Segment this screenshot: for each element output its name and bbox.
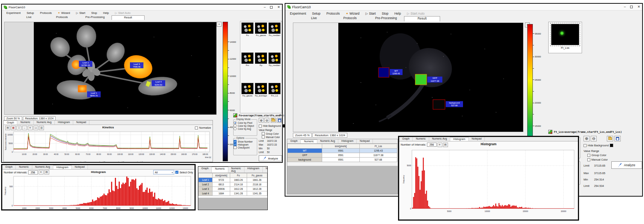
show-number-checkbox[interactable]: ✓ <box>234 140 237 143</box>
tab-result[interactable]: Result <box>112 15 145 20</box>
integral-icon[interactable]: Ξ <box>17 126 21 130</box>
roi-background-region[interactable] <box>433 100 445 110</box>
menu-experiment[interactable]: Experiment <box>287 11 309 16</box>
table-cell[interactable]: 9591 <box>322 158 360 162</box>
tab-numeric[interactable]: Numeric <box>413 137 429 141</box>
column-header-fo-gauss[interactable]: Fo_gauss <box>247 173 267 178</box>
open-icon[interactable] <box>607 136 613 141</box>
thumbnail-fo-median[interactable]: Fo_median <box>268 23 281 51</box>
radio-color-by-object[interactable] <box>234 124 237 127</box>
thumbnail-fo[interactable]: Fo <box>241 23 253 51</box>
thumbnail-fp-gauss[interactable]: Fp_gauss <box>241 83 253 112</box>
thumbnail-fp[interactable]: Fp <box>255 53 267 81</box>
grid-icon[interactable]: ▥ <box>39 126 44 130</box>
menu-wizard[interactable]: ✦Wizard <box>343 11 363 16</box>
menu-stop[interactable]: Stop <box>379 11 392 16</box>
thumbnail-fp-average[interactable]: Fp_average <box>255 83 267 112</box>
table-cell[interactable]: 11677.38 <box>360 153 397 158</box>
row-header-gfp[interactable]: GFP <box>288 153 322 158</box>
print-icon[interactable]: ▤ <box>443 143 448 147</box>
menu-protocols[interactable]: Protocols <box>37 11 55 15</box>
tab-graph[interactable]: Graph <box>399 137 413 141</box>
image-viewport[interactable]: WT 1295.43 GFP 11677.38 background 527.6… <box>293 23 523 132</box>
menu-start[interactable]: ▷Start <box>362 11 379 16</box>
tab-numeric-avg[interactable]: Numeric Avg <box>32 165 54 169</box>
table-cell[interactable]: 1295.43 <box>360 149 397 153</box>
table-cell[interactable]: 2118.18 <box>247 182 267 187</box>
menu-help[interactable]: Help <box>100 11 112 15</box>
analyze-button[interactable]: Analyze <box>259 155 282 161</box>
hide-background-checkbox[interactable] <box>259 125 262 128</box>
crosshair-icon[interactable]: ✳ <box>437 143 442 147</box>
save-icon[interactable] <box>277 118 282 123</box>
manual-color-checkbox[interactable] <box>262 135 265 138</box>
tab-graph[interactable]: Graph <box>198 167 212 173</box>
crosshair-icon[interactable]: ✳ <box>39 170 44 174</box>
checkpoint-checkbox[interactable] <box>234 146 237 149</box>
column-header-ft-lss[interactable]: Ft_Lss <box>360 144 397 149</box>
tab-notepad[interactable]: Notepad <box>73 120 89 125</box>
menu-help[interactable]: Help <box>391 11 404 16</box>
row-header-leaf-3[interactable]: Leaf 3 <box>199 187 213 191</box>
tab-numeric-avg[interactable]: Numeric Avg <box>429 137 451 141</box>
limit-bottom-value[interactable]: 50 <box>267 151 270 153</box>
radio-color-by-avg[interactable] <box>234 127 237 130</box>
menu-wizard[interactable]: ✦Wizard <box>55 11 73 15</box>
collapse-panel-button[interactable]: » <box>217 22 222 27</box>
column-header-fo[interactable]: Fo <box>230 173 247 178</box>
print-icon[interactable]: ▤ <box>44 170 49 174</box>
tab-graph[interactable]: Graph <box>287 139 301 143</box>
table-cell[interactable]: 1341.28 <box>230 191 247 196</box>
tab-histogram[interactable]: Histogram <box>450 137 469 141</box>
zoom-in-icon[interactable]: ⊕ <box>584 136 590 141</box>
cursor-pair-icon[interactable]: ↔ <box>22 126 27 130</box>
tab-pre-processing[interactable]: Pre-Processing <box>368 16 404 21</box>
thumbnail-fm[interactable]: Fm <box>241 53 253 81</box>
tab-numeric[interactable]: Numeric <box>16 165 32 169</box>
table-cell[interactable]: 1661.26 <box>247 178 267 182</box>
tab-result[interactable]: Result <box>404 16 440 21</box>
limit-bottom-value[interactable]: 254.534 <box>594 184 604 188</box>
analyze-button[interactable]: Analyze <box>611 161 642 169</box>
crosshair-icon[interactable]: ✳ <box>28 126 33 130</box>
close-button[interactable]: ✕ <box>277 6 280 9</box>
tab-protocols[interactable]: Protocols <box>332 16 368 21</box>
tab-notepad[interactable]: Notepad <box>469 137 485 141</box>
group-color-checkbox[interactable] <box>587 154 590 157</box>
save-icon[interactable] <box>614 136 621 141</box>
menu-experiment[interactable]: Experiment <box>3 11 24 15</box>
tab-pre-processing[interactable]: Pre-Processing <box>78 15 112 20</box>
tab-histogram[interactable]: Histogram <box>55 120 73 125</box>
roi-gfp-region[interactable] <box>415 74 427 85</box>
intervals-input[interactable] <box>427 143 437 147</box>
tab-notepad[interactable]: Notepad <box>72 165 88 169</box>
table-cell[interactable]: 2114.18 <box>230 182 247 187</box>
maximize-button[interactable] <box>270 6 273 9</box>
limit-top-value[interactable]: 37115.65 <box>594 164 605 167</box>
tab-histogram[interactable]: Histogram <box>53 165 72 169</box>
tab-numeric-avg[interactable]: Numeric Avg <box>34 120 55 125</box>
group-color-checkbox[interactable] <box>262 132 265 135</box>
table-cell[interactable]: 26506 <box>213 187 230 191</box>
thumbnail-fp-median[interactable]: Fp_median <box>268 53 281 81</box>
radio-color-by-pixel[interactable] <box>234 121 237 124</box>
row-header-leaf-4[interactable]: Leaf 4 <box>199 191 213 196</box>
tab-numeric[interactable]: Numeric <box>301 139 317 143</box>
menu-setup[interactable]: Setup <box>24 11 37 15</box>
manual-color-checkbox[interactable] <box>587 158 590 161</box>
chart-mode-icon[interactable]: ▤ <box>5 126 10 130</box>
table-cell[interactable]: 9591 <box>322 149 360 153</box>
roi-wt-region[interactable] <box>379 68 389 77</box>
tab-graph[interactable]: Graph <box>4 120 17 125</box>
zoom-level[interactable]: Zoom 45 % <box>293 133 312 138</box>
zoom-in-icon[interactable]: ⊕ <box>259 118 264 123</box>
column-header-size-pixels-[interactable]: size[pixels] <box>322 144 360 149</box>
thumbnail-image[interactable] <box>551 24 579 45</box>
minimize-button[interactable]: – <box>624 5 626 9</box>
marker-icon[interactable]: ▦ <box>11 126 16 130</box>
tab-numeric[interactable]: Numeric <box>212 167 228 173</box>
thumbnail-fo-gauss[interactable]: Fo_gauss <box>255 23 267 51</box>
image-viewport[interactable]: Leaf 2 10780.33 Leaf 3 7495.46 Leaf 1 98… <box>4 22 217 115</box>
zoom-out-icon[interactable]: ⊖ <box>264 118 269 123</box>
tab-live[interactable]: Live <box>296 16 332 21</box>
